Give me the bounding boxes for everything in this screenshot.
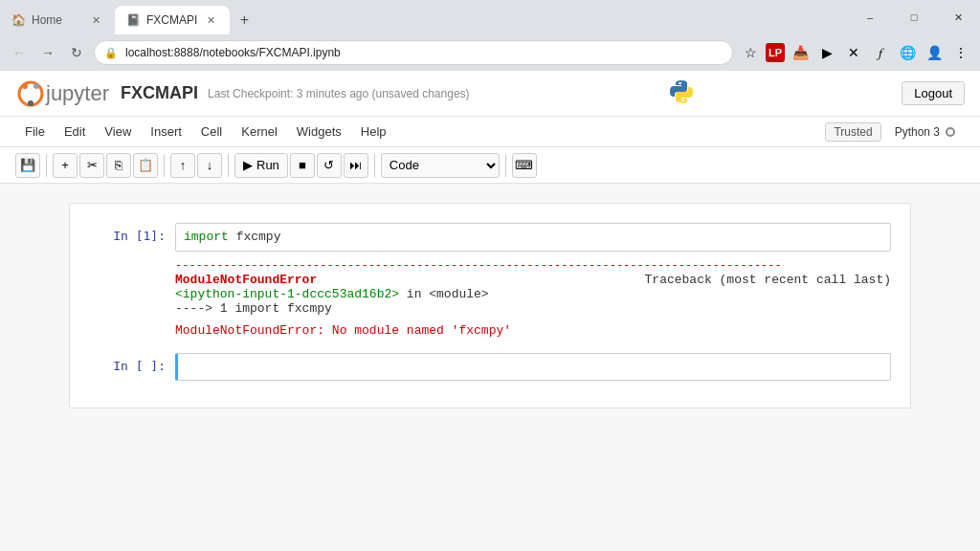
sep-2 xyxy=(164,154,165,177)
address-bar: ← → ↻ 🔒 localhost:8888/notebooks/FXCMAPI… xyxy=(0,34,980,71)
tab-fxcmapi[interactable]: 📓 FXCMAPI ✕ xyxy=(115,6,230,34)
home-favicon: 🏠 xyxy=(11,13,26,27)
maximize-button[interactable]: □ xyxy=(892,0,936,34)
cell-1-output: ----------------------------------------… xyxy=(89,259,891,338)
sep-1 xyxy=(46,154,47,177)
paste-cell-button[interactable]: 📋 xyxy=(133,153,158,178)
pocket-icon[interactable]: 📥 xyxy=(789,41,812,64)
lastpass-icon[interactable]: LP xyxy=(766,43,785,62)
tab-fxcmapi-label: FXCMAPI xyxy=(146,13,197,27)
tab-home-close[interactable]: ✕ xyxy=(88,12,103,28)
notebook-inner: In [1]: import fxcmpy ------------------… xyxy=(69,203,911,408)
cut-cell-button[interactable]: ✂ xyxy=(79,153,104,178)
keyboard-shortcuts-button[interactable]: ⌨ xyxy=(512,153,537,178)
error-arrow-line: ----> 1 import fxcmpy xyxy=(175,301,891,316)
browser-toolbar: ☆ LP 📥 ▶ ✕ 𝑓 🌐 👤 ⋮ xyxy=(739,41,972,64)
close-button[interactable]: ✕ xyxy=(936,0,980,34)
python-logo xyxy=(666,77,697,110)
tab-fxcmapi-close[interactable]: ✕ xyxy=(203,12,218,28)
restart-button[interactable]: ↺ xyxy=(317,153,342,178)
stop-button[interactable]: ■ xyxy=(290,153,315,178)
menu-edit[interactable]: Edit xyxy=(55,121,95,143)
forward-button[interactable]: → xyxy=(36,41,59,64)
logout-button[interactable]: Logout xyxy=(902,81,965,105)
back-button[interactable]: ← xyxy=(8,41,31,64)
menu-kernel[interactable]: Kernel xyxy=(232,121,287,143)
run-icon: ▶ xyxy=(243,158,253,172)
output-content-1: ----------------------------------------… xyxy=(175,259,891,338)
move-down-button[interactable]: ↓ xyxy=(197,153,222,178)
youtube-icon[interactable]: ▶ xyxy=(815,41,838,64)
fxcmapi-favicon: 📓 xyxy=(126,13,141,27)
trusted-badge[interactable]: Trusted xyxy=(825,122,880,142)
kernel-status-icon xyxy=(946,127,955,137)
url-text: localhost:8888/notebooks/FXCMAPI.ipynb xyxy=(125,46,341,59)
error-dashes: ----------------------------------------… xyxy=(175,259,891,273)
output-row-1: ----------------------------------------… xyxy=(89,259,891,338)
error-message: ModuleNotFoundError: No module named 'fx… xyxy=(175,323,891,338)
svg-point-1 xyxy=(22,83,28,89)
ext1-icon[interactable]: ✕ xyxy=(842,41,865,64)
menu-widgets[interactable]: Widgets xyxy=(287,121,351,143)
import-keyword: import xyxy=(184,230,229,244)
menu-file[interactable]: File xyxy=(15,121,55,143)
error-location-suffix: in <module> xyxy=(407,287,489,301)
cell-2-input[interactable] xyxy=(175,353,891,381)
run-label: Run xyxy=(256,158,279,172)
browser-window: 🏠 Home ✕ 📓 FXCMAPI ✕ + – □ ✕ ← → ↻ 🔒 loc… xyxy=(0,0,980,551)
minimize-button[interactable]: – xyxy=(848,0,892,34)
add-cell-button[interactable]: + xyxy=(53,153,78,178)
menu-insert[interactable]: Insert xyxy=(141,121,191,143)
sep-5 xyxy=(505,154,506,177)
menu-icon[interactable]: ⋮ xyxy=(949,41,972,64)
lock-icon: 🔒 xyxy=(104,47,118,59)
cell-1: In [1]: import fxcmpy xyxy=(89,223,891,252)
cell-2: In [ ]: xyxy=(89,353,891,381)
cell-1-input[interactable]: import fxcmpy xyxy=(175,223,891,252)
menu-help[interactable]: Help xyxy=(351,121,396,143)
restart-run-all-button[interactable]: ⏭ xyxy=(344,153,368,178)
jupyter-logo xyxy=(15,78,46,109)
run-button[interactable]: ▶ Run xyxy=(234,153,288,178)
move-up-button[interactable]: ↑ xyxy=(170,153,195,178)
copy-cell-button[interactable]: ⎘ xyxy=(106,153,131,178)
menu-cell[interactable]: Cell xyxy=(191,121,232,143)
cell-2-prompt: In [ ]: xyxy=(89,353,175,381)
notebook-area: In [1]: import fxcmpy ------------------… xyxy=(0,184,980,551)
ext2-icon[interactable]: 𝑓 xyxy=(869,41,892,64)
error-location-line: <ipython-input-1-dccc53ad16b2> in <modul… xyxy=(175,287,891,301)
refresh-button[interactable]: ↻ xyxy=(65,41,88,64)
jupyter-app: jupyter FXCMAPI Last Checkpoint: 3 minut… xyxy=(0,71,980,551)
tab-home-label: Home xyxy=(32,13,62,27)
menu-view[interactable]: View xyxy=(95,121,141,143)
url-bar[interactable]: 🔒 localhost:8888/notebooks/FXCMAPI.ipynb xyxy=(94,40,733,65)
sep-4 xyxy=(374,154,375,177)
kernel-info: Python 3 xyxy=(885,123,965,141)
svg-point-3 xyxy=(28,100,33,106)
output-prompt-1 xyxy=(89,259,175,338)
cell-1-prompt: In [1]: xyxy=(89,223,175,252)
checkpoint-info: Last Checkpoint: 3 minutes ago (unsaved … xyxy=(208,87,470,100)
window-controls: – □ ✕ xyxy=(848,0,980,34)
save-button[interactable]: 💾 xyxy=(15,153,40,178)
error-type-text: ModuleNotFoundError xyxy=(175,273,317,287)
ext3-icon[interactable]: 🌐 xyxy=(896,41,919,64)
notebook-name[interactable]: FXCMAPI xyxy=(121,83,198,103)
svg-point-2 xyxy=(33,83,39,89)
new-tab-button[interactable]: + xyxy=(230,6,258,34)
import-module: fxcmpy xyxy=(236,230,281,244)
tab-home[interactable]: 🏠 Home ✕ xyxy=(0,6,115,34)
error-header: ModuleNotFoundError Traceback (most rece… xyxy=(175,273,891,287)
jupyter-topbar: jupyter FXCMAPI Last Checkpoint: 3 minut… xyxy=(0,71,980,117)
error-location: <ipython-input-1-dccc53ad16b2> xyxy=(175,287,399,301)
jupyter-brand-text: jupyter xyxy=(46,81,109,106)
bookmark-star-icon[interactable]: ☆ xyxy=(739,41,762,64)
traceback-text: Traceback (most recent call last) xyxy=(645,273,891,287)
profile-icon[interactable]: 👤 xyxy=(923,41,946,64)
sep-3 xyxy=(228,154,229,177)
notebook-toolbar: 💾 + ✂ ⎘ 📋 ↑ ↓ ▶ Run ■ ↺ ⏭ Code Markdown … xyxy=(0,147,980,184)
cell-type-select[interactable]: Code Markdown Raw NBConvert xyxy=(381,153,500,178)
menu-bar: File Edit View Insert Cell Kernel Widget… xyxy=(0,117,980,147)
